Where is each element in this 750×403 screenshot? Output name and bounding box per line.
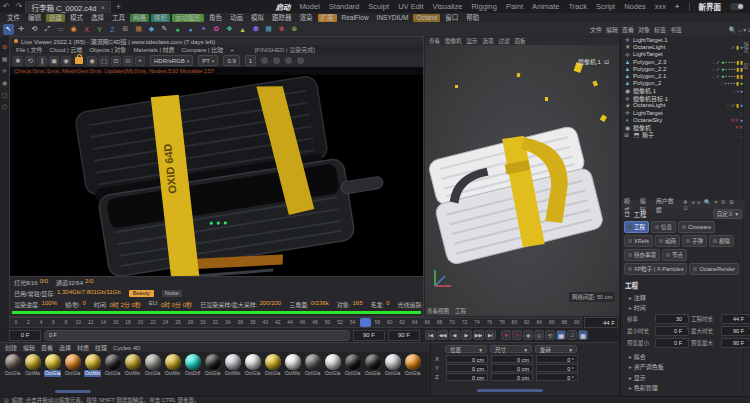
tag-y[interactable]: ▮ <box>736 66 739 72</box>
tag-t[interactable]: ▪ <box>733 80 735 86</box>
coord-rot-Z[interactable]: 0 ° <box>536 373 578 381</box>
object-name[interactable]: OctaneLight <box>633 102 665 108</box>
tag-y[interactable]: ▮ <box>736 80 739 86</box>
toolbar-icon-22[interactable]: ⊛ <box>289 24 300 35</box>
material-swatch[interactable]: OctGla <box>263 354 282 377</box>
attr-tab-OctaneRender[interactable]: OctaneRender <box>689 263 739 275</box>
lv-tool-icon-0[interactable]: ✺ <box>13 56 23 66</box>
tag-g[interactable]: ● <box>721 59 724 65</box>
toolbar-icon-2[interactable]: ⟲ <box>29 24 40 35</box>
object-name[interactable]: LightTarget <box>633 110 663 116</box>
coord-size-X[interactable]: 0 cm <box>491 355 533 363</box>
object-row[interactable]: ✛摄像机目标.1∷ <box>621 94 745 101</box>
coordinate-scrollbar[interactable] <box>477 389 543 392</box>
menu-角色[interactable]: 角色 <box>206 14 225 22</box>
lv-tool-icon-4[interactable]: ◉ <box>61 56 71 66</box>
layout-tab-model[interactable]: Model <box>299 2 319 11</box>
lv-round-button-2[interactable] <box>285 57 292 64</box>
coord-rot-X[interactable]: 0 ° <box>536 355 578 363</box>
om-menu-查看[interactable]: 查看 <box>622 25 634 34</box>
material-swatch[interactable]: OctGla <box>363 354 382 377</box>
transport-2[interactable]: ◀ <box>449 330 460 340</box>
layout-tab-script[interactable]: Script <box>596 2 615 11</box>
tag-c[interactable]: ✓ <box>716 66 720 72</box>
material-swatch[interactable]: OctGla <box>143 354 162 377</box>
timeline-icon-5[interactable]: ▦ <box>556 330 566 340</box>
tag-y[interactable]: ▮ <box>736 102 739 108</box>
timeline-icon-2[interactable]: ✚ <box>523 330 533 340</box>
layout-tab-visualize[interactable]: Visualize <box>433 2 463 11</box>
field-value-最小时长[interactable]: 0 F <box>655 326 689 336</box>
object-name[interactable]: Polygon_2.2 <box>633 66 666 72</box>
left-palette-icon-5[interactable]: ⬡ <box>2 104 7 110</box>
object-name[interactable]: Polygon_2.1 <box>633 73 666 79</box>
coord-column-位置[interactable]: 位置 ▾ <box>445 345 487 353</box>
transport-3[interactable]: ▶ <box>461 330 472 340</box>
toolbar-icon-7[interactable]: Y <box>94 24 105 35</box>
tag-t[interactable]: ▪ <box>725 66 727 72</box>
object-row[interactable]: ⊞⬒箱子∷ <box>621 131 745 138</box>
tag-d[interactable]: ∷ <box>721 80 724 86</box>
add-layout-button[interactable]: + <box>675 2 679 11</box>
interface-toggle[interactable] <box>730 3 744 10</box>
lv-round-button-0[interactable] <box>261 57 268 64</box>
preview-range-slider[interactable]: 0 F <box>44 330 350 341</box>
transport-5[interactable]: ▶| <box>485 330 496 340</box>
imager-dropdown[interactable]: HDR/sRGB▾ <box>150 55 193 66</box>
toolbar-icon-8[interactable]: Z <box>107 24 118 35</box>
tag-x[interactable]: ✕✕ <box>735 124 743 130</box>
lv-tool-icon-6[interactable]: ▢ <box>99 56 109 66</box>
material-menu-材质[interactable]: 材质 <box>77 343 89 352</box>
preset-dropdown[interactable]: 自定义▾ <box>713 209 742 219</box>
material-swatch[interactable]: OctGla <box>63 354 82 377</box>
toolbar-icon-10[interactable]: ▦ <box>133 24 144 35</box>
material-swatch[interactable]: OctGla <box>383 354 402 377</box>
toolbar-icon-3[interactable]: ⤢ <box>42 24 53 35</box>
attr-tab-信息[interactable]: 信息 <box>651 221 676 233</box>
lv-menu-Cloud-[interactable]: Cloud | 云端 <box>50 45 83 54</box>
viewport-menu-查看[interactable]: 查看 <box>429 37 440 45</box>
document-tab[interactable]: 行李箱 C_0002.c4d × <box>25 1 110 13</box>
lv-menu-Objects-[interactable]: Objects | 对象 <box>89 45 126 54</box>
lv-menu-Materials-[interactable]: Materials | 材质 <box>133 45 174 54</box>
attr-tab-XP粒子 | X-Particles[interactable]: XP粒子 | X-Particles <box>624 263 687 275</box>
attr-tab-动画[interactable]: 动画 <box>655 235 680 247</box>
timeline-playhead[interactable] <box>360 318 371 327</box>
toolbar-icon-4[interactable]: ▭ <box>55 24 66 35</box>
menu-运动图形[interactable]: 运动图形 <box>172 14 204 22</box>
toolbar-icon-21[interactable]: ❀ <box>276 24 287 35</box>
coord-column-尺寸[interactable]: 尺寸 ▾ <box>490 345 532 353</box>
layout-tab-animate[interactable]: Animate <box>532 2 560 11</box>
object-row[interactable]: ✛LightTarget∷ <box>621 51 745 58</box>
toolbar-icon-12[interactable]: ✎ <box>159 24 170 35</box>
viewport-canvas[interactable]: 摄像机.1 ⊡ 网格间距: 50 cm 查看视图工程 <box>425 45 619 316</box>
tag-t[interactable]: ▪ <box>734 73 736 79</box>
tag-d[interactable]: ∷ <box>727 102 730 108</box>
layout-tab-sculpt[interactable]: Sculpt <box>368 2 389 11</box>
lv-tool-icon-5[interactable]: ◉ <box>87 56 97 66</box>
menu-体积[interactable]: 体积 <box>151 14 170 22</box>
toolbar-icon-16[interactable]: ✿ <box>211 24 222 35</box>
layout-tab-track[interactable]: Track <box>569 2 587 11</box>
coord-pos-Z[interactable]: 0 cm <box>446 373 488 381</box>
toolbar-icon-0[interactable]: ↖ <box>3 24 14 35</box>
exposure-field[interactable]: 1 <box>245 55 256 66</box>
field-value-最大时长[interactable]: 90 F <box>721 326 750 336</box>
lv-round-button-3[interactable] <box>297 57 304 64</box>
lv-tool-icon-3[interactable]: ▣ <box>49 56 59 66</box>
transport-0[interactable]: |◀ <box>425 330 436 340</box>
attr-tab-子弹[interactable]: 子弹 <box>682 235 707 247</box>
material-swatch[interactable]: OctGla <box>3 354 22 377</box>
tag-d[interactable]: ∷ <box>727 44 730 50</box>
material-swatch[interactable]: OctMix <box>283 354 302 377</box>
section-时间[interactable]: 时间 <box>621 302 745 313</box>
perspective-viewport[interactable]: 查看摄像机显示选项过滤面板 <box>424 36 620 317</box>
material-swatch[interactable]: OctGla <box>323 354 342 377</box>
viewport-menu-面板[interactable]: 面板 <box>515 37 526 45</box>
range-end-field[interactable]: 90 F <box>353 330 385 341</box>
coord-pos-Y[interactable]: 0 cm <box>446 364 488 372</box>
field-value-工程时长[interactable]: 44 F <box>721 314 750 324</box>
viewport-menu-显示[interactable]: 显示 <box>467 37 478 45</box>
tag-d[interactable]: ∷ <box>733 88 736 94</box>
timeline-icon-3[interactable]: ⊙ <box>534 330 544 340</box>
